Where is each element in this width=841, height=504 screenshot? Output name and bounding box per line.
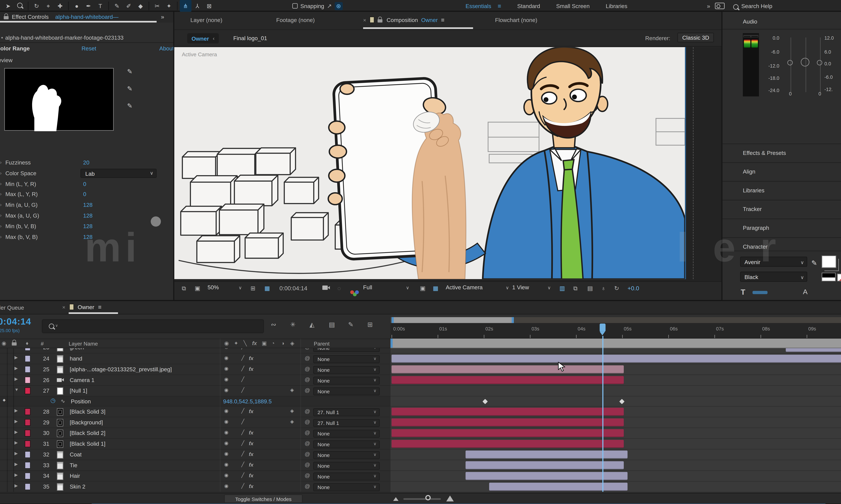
twirl-icon[interactable]: ▶ xyxy=(15,409,18,413)
tab-layer[interactable]: Layer (none) xyxy=(190,17,222,23)
quality-switch-icon[interactable]: ╱ xyxy=(241,377,244,382)
pickwhip-icon[interactable]: @ xyxy=(305,348,310,350)
zoom-in-mountain-icon[interactable] xyxy=(446,496,454,502)
sharing-icon[interactable]: ▥ xyxy=(560,285,565,292)
camera-tool-icon[interactable]: ⌖ xyxy=(42,0,54,12)
layer-name[interactable]: Skin 2 xyxy=(70,483,85,489)
comp-mini-flowchart-icon[interactable]: ∾ xyxy=(271,321,276,328)
parent-dropdown[interactable]: None∨ xyxy=(313,348,380,352)
layer-name[interactable]: green xyxy=(70,348,84,350)
layer-row[interactable]: ▶23green◉╱@None∨ xyxy=(0,348,390,354)
master-gain-knob[interactable] xyxy=(801,58,809,66)
effect-about-button[interactable]: About xyxy=(159,45,174,51)
layer-color-chip[interactable] xyxy=(25,409,31,415)
pickwhip-icon[interactable]: @ xyxy=(305,462,310,468)
panel-tab-paragraph[interactable]: Paragraph xyxy=(722,219,841,237)
layer-color-chip[interactable] xyxy=(25,419,31,426)
pickwhip-icon[interactable]: @ xyxy=(305,483,310,489)
graph-icon[interactable]: ∿ xyxy=(61,398,65,404)
av-switch-icon[interactable]: ◉ xyxy=(224,440,228,446)
breadcrumb-item[interactable]: Final logo_01 xyxy=(233,35,267,41)
parent-dropdown[interactable]: None∨ xyxy=(313,483,380,491)
live-update-icon[interactable]: ✳ xyxy=(290,321,295,328)
eraser-tool-icon[interactable]: ✂ xyxy=(151,0,163,12)
layer-name[interactable]: [Black Solid 1] xyxy=(70,440,105,447)
pickwhip-icon[interactable]: @ xyxy=(305,355,310,361)
playhead-line[interactable] xyxy=(602,336,603,492)
parent-dropdown[interactable]: None∨ xyxy=(313,430,380,438)
property-twirl-icon[interactable]: › xyxy=(0,160,2,165)
effect-layer-strip[interactable]: •alpha-hand-whiteboard-marker-footage-02… xyxy=(0,32,173,43)
pickwhip-icon[interactable]: @ xyxy=(305,387,310,393)
property-twirl-icon[interactable]: › xyxy=(0,192,2,197)
property-value[interactable]: 128 xyxy=(83,212,92,219)
layer-name[interactable]: [Background] xyxy=(70,419,103,426)
exposure-value[interactable]: +0.0 xyxy=(628,285,639,291)
region-of-interest-icon[interactable]: ▦ xyxy=(264,285,270,292)
twirl-icon[interactable]: ▶ xyxy=(15,355,18,360)
parent-dropdown[interactable]: None∨ xyxy=(313,472,380,481)
parent-dropdown[interactable]: 27. Null 1∨ xyxy=(313,419,380,427)
twirl-icon[interactable]: ▼ xyxy=(15,387,19,392)
track-row[interactable] xyxy=(390,428,841,439)
workspace-essentials[interactable]: Essentials xyxy=(466,3,491,9)
track-row[interactable] xyxy=(390,354,841,364)
timeline-layer-bar[interactable] xyxy=(392,365,623,373)
av-switch-icon[interactable]: ◉ xyxy=(224,462,228,467)
track-row[interactable] xyxy=(390,482,841,492)
layer-name[interactable]: [alpha-...otage-023133252_prevstill.jpeg… xyxy=(70,366,172,372)
solo-icon[interactable]: ✦ xyxy=(234,340,238,346)
playhead-marker[interactable] xyxy=(600,324,606,331)
track-row[interactable] xyxy=(390,375,841,385)
position-value[interactable]: 948.0,542.5,1889.5 xyxy=(223,398,272,404)
layer-color-chip[interactable] xyxy=(25,387,31,394)
zoom-out-mountain-icon[interactable] xyxy=(393,497,398,501)
pickwhip-icon[interactable]: @ xyxy=(305,419,310,425)
quality-icon[interactable]: ╲ xyxy=(243,340,247,346)
frame-blend-icon[interactable]: ◔ xyxy=(272,340,275,346)
quality-switch-icon[interactable]: ╱ xyxy=(241,462,244,467)
reset-exposure-icon[interactable]: ↻ xyxy=(614,285,619,292)
fx-switch-icon[interactable]: fx xyxy=(249,366,254,372)
property-twirl-icon[interactable]: › xyxy=(0,170,2,176)
time-ruler[interactable]: 0:00s01s02s03s04s05s06s07s08s09s xyxy=(390,323,841,339)
close-icon[interactable]: × xyxy=(363,17,366,23)
quality-switch-icon[interactable]: ╱ xyxy=(241,430,244,435)
layer-name[interactable]: [Black Solid 2] xyxy=(70,430,105,436)
quality-switch-icon[interactable]: ╱ xyxy=(241,409,244,414)
font-style-dropdown[interactable]: Black∨ xyxy=(740,272,807,282)
parent-dropdown[interactable]: None∨ xyxy=(313,366,380,374)
tab-owner-active[interactable]: × Owner ≡ xyxy=(62,304,101,310)
primary-monitor-icon[interactable]: ▣ xyxy=(195,285,200,292)
av-features-icon[interactable]: ◉ xyxy=(224,340,229,346)
roto-brush-tool-icon[interactable]: ✦ xyxy=(163,0,175,12)
layer-row[interactable]: ▶35Skin 2◉╱fx@None∨ xyxy=(0,482,390,492)
layer-color-chip[interactable] xyxy=(25,462,31,469)
panel-menu-icon[interactable]: ≡ xyxy=(441,17,444,23)
fill-color-swatch[interactable] xyxy=(822,255,836,268)
av-switch-icon[interactable]: ◉ xyxy=(224,430,228,435)
audio-panel-tab[interactable]: Audio xyxy=(743,18,757,24)
timeline-layer-bar[interactable] xyxy=(392,419,623,427)
flowchart-button-icon[interactable]: ♁ xyxy=(601,285,606,291)
fx-switch-icon[interactable]: fx xyxy=(249,483,254,489)
track-row[interactable] xyxy=(390,460,841,471)
pan-tool-icon[interactable]: ✚ xyxy=(54,0,66,12)
twirl-icon[interactable]: ▶ xyxy=(15,430,18,435)
layer-color-chip[interactable] xyxy=(25,355,31,362)
panel-tab-align[interactable]: Align xyxy=(722,162,841,181)
no-color-swatch[interactable] xyxy=(837,274,841,281)
effect-name-label[interactable]: Color Range xyxy=(0,45,30,51)
3d-switch-icon[interactable]: ◈ xyxy=(290,387,294,393)
property-value[interactable]: 0 xyxy=(83,180,86,187)
property-value[interactable]: 0 xyxy=(83,191,86,197)
layer-row[interactable]: ▶32Coat◉╱fx@None∨ xyxy=(0,449,390,460)
tab-composition-active[interactable]: × Composition Owner ≡ xyxy=(363,17,444,23)
av-switch-icon[interactable]: ◉ xyxy=(224,409,228,414)
timeline-navigator-band[interactable] xyxy=(390,339,841,348)
layer-name[interactable]: [Black Solid 3] xyxy=(70,409,105,415)
snapshot-camera-icon[interactable] xyxy=(322,285,330,290)
number-column-header[interactable]: # xyxy=(41,341,44,346)
layer-color-chip[interactable] xyxy=(25,440,31,447)
layer-name[interactable]: Tie xyxy=(70,462,78,468)
